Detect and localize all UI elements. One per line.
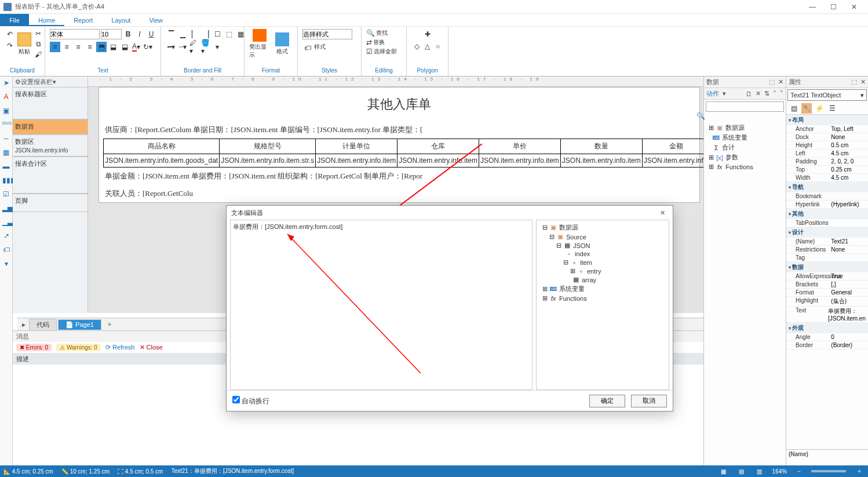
table-tool-icon[interactable]: ▦ [2,148,10,156]
panel-close-icon[interactable]: ✕ [778,78,783,86]
italic-button[interactable]: I [134,29,145,39]
poly-b[interactable]: △ [423,42,432,51]
style-button[interactable]: 🏷 [302,43,313,53]
maximize-button[interactable]: ☐ [823,3,844,11]
prop-row[interactable]: FormatGeneral [786,289,868,297]
more-tools-icon[interactable]: ▾ [2,260,10,268]
paste-button[interactable]: 粘贴 [17,29,31,59]
report-page[interactable]: 其他入库单 供应商：[Report.GetColum 单据日期：[JSON.it… [99,87,700,203]
view-mode-1[interactable]: ▦ [719,468,728,475]
redo-button[interactable]: ↷ [5,41,15,51]
line-tool-icon[interactable]: ▬ [2,162,10,170]
angle-button[interactable]: ↻▾ [143,42,153,52]
prop-row[interactable]: (Name)Text21 [786,238,868,246]
object-selector[interactable]: Text21 TextObject▾ [787,89,867,101]
refresh-button[interactable]: ⟳ Refresh [105,344,135,351]
dialog-close-button[interactable]: ✕ [657,209,668,217]
border-top-button[interactable]: ▔ [166,29,176,39]
sections-header[interactable]: ⚙ 设置报表栏 ▾ [13,77,87,87]
minimize-button[interactable]: — [802,3,823,11]
data-table[interactable]: 商品名称 规格型号 计量单位 仓库 单价 数量 金额 费 JSON.item.e… [103,139,703,168]
data-search-input[interactable] [706,101,784,112]
cell-style-button[interactable]: ▾ [212,42,223,52]
zoom-slider[interactable] [811,470,846,472]
prop-row[interactable]: Border(Border) [786,341,868,349]
tab-home[interactable]: Home [29,14,64,26]
poly-a[interactable]: ◇ [413,42,422,51]
replace-button[interactable]: 替换 [373,38,385,46]
format-button[interactable]: 格式 [272,29,293,59]
expand-button[interactable]: ▸ [20,321,28,329]
prop-filter-button[interactable]: ☰ [827,103,837,114]
close-button[interactable]: ✕ [844,3,865,11]
zoom-level[interactable]: 164% [772,468,787,475]
line-color-button[interactable]: 🖊▾ [189,42,199,52]
border-all-button[interactable]: ☐ [212,29,223,39]
undo-button[interactable]: ↶ [5,29,15,39]
line-style-button[interactable]: ┄▾ [177,42,188,52]
prop-row[interactable]: AnchorTop, Left [786,125,868,133]
add-page-button[interactable]: ＋ [103,318,116,330]
valign-bottom-button[interactable]: ⬓ [119,42,130,52]
fill-color-button[interactable]: 🪣▾ [200,42,211,52]
prop-row[interactable]: Highlight(集合) [786,297,868,307]
prop-row[interactable]: AllowExpressionsTrue [786,272,868,281]
panel-pin-icon[interactable]: ⬚ [851,78,857,86]
prop-row[interactable]: RestrictionsNone [786,246,868,254]
prop-row[interactable]: Text单据费用：[JSON.item.en [786,307,868,323]
image-tool-icon[interactable]: ▣ [2,107,10,115]
poly-c[interactable]: ○ [433,42,443,51]
brush-button[interactable]: 🖌 [34,50,43,59]
section-total-area[interactable]: 报表合计区 [13,156,87,194]
prop-row[interactable]: Brackets[,] [786,281,868,289]
file-menu[interactable]: File [0,14,29,26]
prop-row[interactable]: Width4.5 cm [786,174,868,182]
chart-tool-icon[interactable]: ▂▅ [2,204,10,212]
warnings-badge[interactable]: ⚠ Warnings: 0 [56,344,101,351]
tab-code[interactable]: 代码 [29,319,57,330]
prop-row[interactable]: Tag [786,254,868,262]
font-color-button[interactable]: A▾ [131,42,141,52]
page-title[interactable]: 其他入库单 [99,88,699,121]
align-right-button[interactable]: ≡ [73,42,83,52]
chart2-tool-icon[interactable]: ▁▃▅ [2,218,10,226]
barcode-tool-icon[interactable]: ▮▮▮ [2,176,10,184]
cancel-button[interactable]: 取消 [631,395,667,407]
tree-sum[interactable]: Σ合计 [705,143,785,152]
close-messages-button[interactable]: ✕ Close [140,344,163,351]
highlight-button[interactable]: 突出显示 [249,29,270,59]
valign-middle-button[interactable]: ⬓ [108,42,118,52]
prop-wrench-button[interactable]: 🔧 [801,103,812,114]
tree-functions[interactable]: ⊞fxFunctions [705,162,785,171]
text-tool-icon[interactable]: A [2,93,10,101]
tab-view[interactable]: View [140,14,172,26]
header-fields-row[interactable]: 供应商：[Report.GetColum 单据日期：[JSON.item.ent… [99,121,699,139]
find-button[interactable]: 查找 [376,29,388,37]
prop-row[interactable]: TabPositions [786,219,868,227]
cut-button[interactable]: ✂ [34,29,43,38]
size-select[interactable] [101,29,122,39]
prop-cat-button[interactable]: ▤ [789,103,799,114]
prop-row[interactable]: Top0.25 cm [786,166,868,174]
tree-params[interactable]: ⊞[x]参数 [705,152,785,162]
sort-icon[interactable]: ⇅ [764,90,769,97]
pointer-icon[interactable]: ➤ [2,79,10,87]
dialog-data-tree[interactable]: ⊟▣数据源 ⊟▣Source ⊟▦JSON ▫index ⊟▫item ⊞▫en… [536,220,669,390]
tab-report[interactable]: Report [64,14,102,26]
checkbox-tool-icon[interactable]: ☑ [2,190,10,198]
prop-row[interactable]: Padding2, 0, 2, 0 [786,158,868,166]
new-icon[interactable]: 🗋 [746,90,752,97]
arrow-tool-icon[interactable]: ↗ [2,232,10,240]
border-right-button[interactable]: ▕ [200,29,211,39]
border-bottom-button[interactable]: ▁ [177,29,188,39]
tree-datasource[interactable]: ⊞▣数据源 [705,123,785,133]
section-data-head[interactable]: 数据首 [13,119,87,134]
prop-row[interactable]: Angle0 [786,333,868,341]
ok-button[interactable]: 确定 [589,395,625,407]
label-tool-icon[interactable]: 🏷 [2,246,10,254]
valign-top-button[interactable]: ⬒ [96,42,107,52]
expression-editor[interactable]: 单据费用：[JSON.item.entry.form.cost] [230,220,533,390]
prop-events-button[interactable]: ⚡ [814,103,825,114]
summary-fields-row[interactable]: 单据金额：[JSON.item.ent 单据费用：[JSON.item.ent … [99,168,699,185]
prop-row[interactable]: Bookmark [786,192,868,201]
